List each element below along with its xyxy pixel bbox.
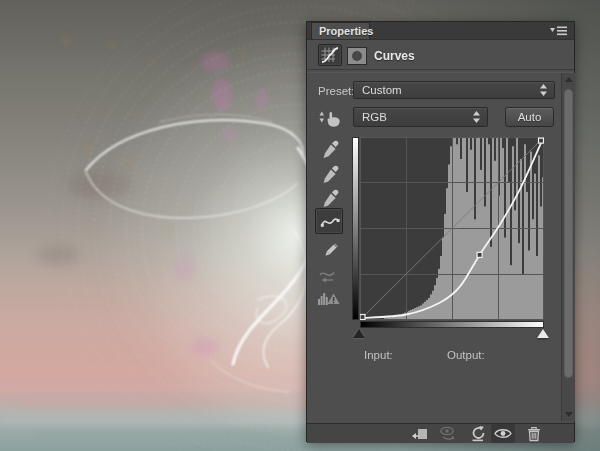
header-divider: [307, 69, 574, 73]
auto-button[interactable]: Auto: [505, 107, 554, 127]
black-point-eyedropper[interactable]: [320, 140, 340, 162]
output-label: Output:: [447, 349, 485, 361]
channel-value: RGB: [362, 111, 387, 123]
scrollbar[interactable]: [561, 73, 575, 421]
curves-adjustment-icon[interactable]: [318, 44, 342, 66]
pencil-tool[interactable]: [320, 241, 340, 263]
visibility-eye-button[interactable]: [491, 424, 515, 443]
curve-grid[interactable]: [360, 137, 544, 320]
tab-properties-label: Properties: [319, 25, 373, 37]
clipping-warning-indicator[interactable]: [317, 290, 341, 308]
properties-panel: Properties Curves: [306, 21, 575, 442]
edit-points-tool[interactable]: [315, 208, 343, 234]
scroll-down-icon[interactable]: [565, 412, 573, 417]
visibility-eye-icon: [494, 427, 512, 440]
mask-circle: [352, 51, 362, 61]
white-point-slider[interactable]: [537, 329, 549, 338]
photoshop-canvas: Properties Curves: [0, 0, 600, 451]
mask-thumbnail-icon[interactable]: [347, 47, 367, 65]
delete-adjustment-icon[interactable]: [526, 426, 542, 444]
panel-menu-icon[interactable]: [550, 26, 568, 36]
input-gradient-bar: [360, 321, 544, 328]
gray-point-eyedropper[interactable]: [320, 165, 340, 187]
channel-dropdown[interactable]: RGB: [353, 107, 488, 127]
input-label: Input:: [364, 349, 393, 361]
clip-to-layer-icon[interactable]: [410, 426, 428, 443]
scrollbar-thumb[interactable]: [564, 89, 573, 378]
preset-label: Preset:: [318, 85, 354, 97]
preset-dropdown[interactable]: Custom: [353, 81, 555, 99]
scroll-up-icon[interactable]: [565, 77, 573, 82]
targeted-adjustment-tool[interactable]: [318, 109, 342, 133]
updown-arrows-icon: [540, 84, 547, 96]
view-previous-state-icon[interactable]: [439, 426, 457, 443]
reset-adjustment-icon[interactable]: [469, 425, 486, 444]
black-point-slider[interactable]: [353, 329, 365, 338]
panel-footer: [307, 423, 574, 443]
panel-title: Curves: [374, 49, 415, 63]
smooth-curve-tool[interactable]: [318, 268, 340, 286]
tab-properties[interactable]: Properties: [311, 22, 370, 39]
updown-arrows-icon: [473, 111, 480, 123]
preset-value: Custom: [362, 84, 402, 96]
output-gradient-bar: [352, 137, 359, 320]
panel-tab-bar: Properties: [307, 22, 574, 40]
